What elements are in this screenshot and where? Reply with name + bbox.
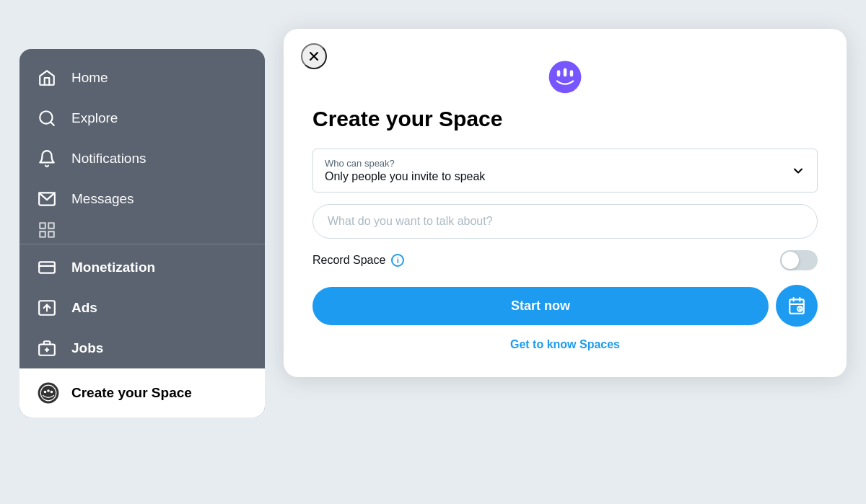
record-toggle[interactable] — [780, 250, 818, 270]
modal-close-button[interactable] — [301, 43, 327, 69]
toggle-knob — [782, 252, 799, 269]
sidebar-item-home[interactable]: Home — [19, 58, 265, 98]
sidebar-item-lists[interactable] — [19, 219, 265, 241]
dropdown-value: Only people you invite to speak — [325, 170, 805, 183]
sidebar-item-monetization-label: Monetization — [71, 260, 155, 275]
sidebar-item-ads-label: Ads — [71, 300, 97, 316]
sidebar-item-messages-label: Messages — [71, 191, 134, 207]
modal-title: Create your Space — [312, 107, 818, 131]
sidebar-item-home-label: Home — [71, 70, 108, 86]
chevron-down-icon — [791, 164, 805, 178]
svg-point-21 — [549, 61, 582, 93]
dropdown-label: Who can speak? — [325, 158, 805, 169]
svg-point-17 — [47, 389, 50, 392]
mail-icon — [37, 189, 57, 209]
sidebar-create-space[interactable]: Create your Space — [19, 368, 265, 417]
ads-icon — [37, 298, 57, 318]
sidebar-item-messages[interactable]: Messages — [19, 179, 265, 219]
speaker-dropdown[interactable]: Who can speak? Only people you invite to… — [312, 149, 818, 193]
bell-icon — [37, 149, 57, 169]
sidebar-item-monetization[interactable]: Monetization — [19, 247, 265, 288]
sidebar-item-notifications-label: Notifications — [71, 151, 146, 167]
sidebar-item-ads[interactable]: Ads — [19, 288, 265, 328]
sidebar-item-explore-label: Explore — [71, 110, 118, 126]
svg-rect-5 — [40, 231, 45, 237]
sidebar-item-jobs-label: Jobs — [71, 340, 103, 356]
sidebar-item-jobs[interactable]: Jobs — [19, 328, 265, 368]
schedule-button[interactable] — [776, 285, 818, 327]
svg-rect-7 — [39, 262, 55, 273]
sidebar: Home Explore Notifications Messages — [19, 49, 265, 417]
home-icon — [37, 68, 57, 88]
monetization-icon — [37, 257, 57, 278]
search-icon — [37, 108, 57, 128]
topic-input[interactable] — [312, 204, 818, 239]
start-now-button[interactable]: Start now — [312, 287, 769, 325]
svg-point-16 — [44, 391, 47, 394]
svg-rect-3 — [40, 223, 45, 229]
sidebar-create-space-label: Create your Space — [71, 385, 192, 401]
svg-line-1 — [51, 122, 54, 125]
svg-rect-22 — [557, 70, 560, 76]
svg-point-14 — [38, 383, 59, 404]
svg-rect-23 — [564, 68, 567, 76]
jobs-icon — [37, 338, 57, 358]
record-space-row: Record Space i — [312, 250, 818, 270]
spaces-logo — [312, 55, 818, 95]
sidebar-item-notifications[interactable]: Notifications — [19, 138, 265, 179]
create-space-modal: Create your Space Who can speak? Only pe… — [284, 29, 847, 377]
learn-spaces-link[interactable]: Get to know Spaces — [312, 338, 818, 351]
sidebar-divider — [19, 244, 265, 244]
svg-rect-4 — [48, 223, 54, 229]
svg-rect-6 — [48, 231, 54, 237]
record-label: Record Space i — [312, 254, 773, 267]
info-icon[interactable]: i — [391, 254, 404, 267]
svg-rect-24 — [570, 70, 573, 76]
list-icon — [37, 220, 57, 240]
spaces-icon-sidebar — [37, 381, 60, 404]
actions-row: Start now — [312, 285, 818, 327]
sidebar-item-explore[interactable]: Explore — [19, 98, 265, 138]
svg-point-18 — [51, 391, 53, 394]
